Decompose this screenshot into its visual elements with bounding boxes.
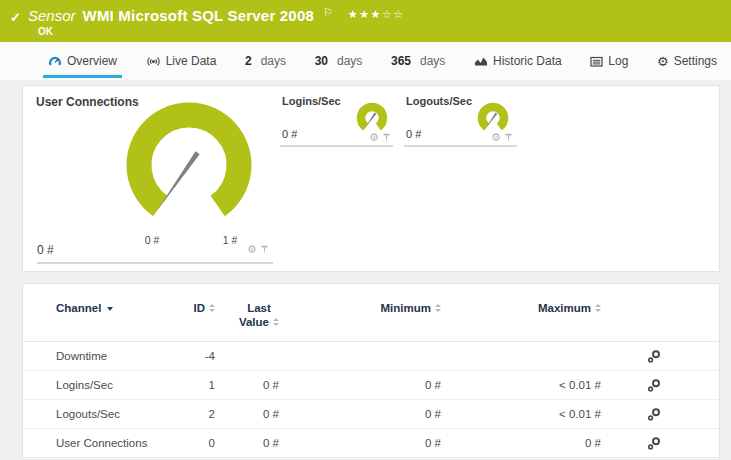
cell-last-value: 0 #: [215, 437, 285, 449]
area-chart-icon: [474, 55, 488, 67]
cell-id: 2: [178, 408, 215, 420]
gears-icon: [647, 407, 661, 421]
column-header-channel[interactable]: Channel: [56, 301, 178, 315]
tab-days-word: days: [261, 54, 286, 68]
user-connections-gauge: [119, 100, 259, 230]
tab-overview[interactable]: Overview: [48, 42, 117, 80]
channel-settings-button[interactable]: [601, 407, 671, 421]
cell-maximum: 0 #: [441, 437, 601, 449]
gauge-current-value: 0 #: [282, 128, 297, 140]
sensor-status-badge: OK: [38, 26, 405, 37]
column-header-last-value[interactable]: LastValue: [215, 301, 285, 329]
gauge-title-logouts-sec: Logouts/Sec: [406, 95, 472, 107]
cell-id: -4: [178, 350, 215, 362]
column-header-id[interactable]: ID: [178, 301, 215, 315]
tab-days-number: 30: [315, 54, 328, 68]
priority-flag-icon[interactable]: ⚐: [323, 6, 333, 19]
cell-channel: Downtime: [56, 350, 178, 362]
table-row[interactable]: User Connections 0 0 # 0 # 0 #: [23, 429, 719, 458]
tab-label: Settings: [674, 54, 717, 68]
gauge-divider: [404, 145, 517, 147]
gauge-needle: [156, 151, 199, 212]
tab-days-number: 365: [391, 54, 411, 68]
channel-settings-button[interactable]: [601, 436, 671, 450]
gauge-scale-min: 0 #: [135, 234, 169, 246]
gauge-settings-gear-icon[interactable]: ⚙: [491, 132, 501, 143]
pin-gauge-icon[interactable]: [260, 245, 269, 255]
tab-365-days[interactable]: 365days: [391, 42, 445, 80]
gauge-mini-toolbar: ⚙: [491, 132, 513, 143]
tab-live-data[interactable]: Live Data: [146, 42, 217, 80]
tab-days-number: 2: [245, 54, 252, 68]
broadcast-icon: [146, 55, 161, 68]
gauge-scale-max: 1 #: [213, 234, 247, 246]
cell-channel: User Connections: [56, 437, 178, 449]
cell-maximum: < 0.01 #: [441, 379, 601, 391]
channels-table: Channel ID LastValue Minimum Maximum Dow…: [22, 283, 720, 460]
tab-days-word: days: [337, 54, 362, 68]
channel-settings-button[interactable]: [601, 349, 671, 363]
sensor-title: WMI Microsoft SQL Server 2008: [83, 7, 314, 24]
tab-label: Overview: [67, 54, 117, 68]
tab-30-days[interactable]: 30days: [315, 42, 363, 80]
sensor-header: ✓ Sensor WMI Microsoft SQL Server 2008 ⚐…: [0, 0, 731, 42]
cell-channel: Logouts/Sec: [56, 408, 178, 420]
cell-last-value: 0 #: [215, 408, 285, 420]
table-header-row: Channel ID LastValue Minimum Maximum: [23, 284, 719, 342]
gauge-current-value: 0 #: [37, 243, 54, 257]
gauges-panel: User Connections 0 # 1 # 0 # ⚙ Logins/Se…: [22, 85, 720, 272]
gauge-settings-gear-icon[interactable]: ⚙: [369, 132, 379, 143]
cell-id: 0: [178, 437, 215, 449]
object-kind-label: Sensor: [28, 7, 76, 24]
gauge-arc: [139, 115, 239, 206]
table-row[interactable]: Logins/Sec 1 0 # 0 # < 0.01 #: [23, 371, 719, 400]
sort-arrows-icon: [273, 318, 279, 326]
gauge-icon: [48, 55, 62, 68]
cell-maximum: < 0.01 #: [441, 408, 601, 420]
tab-settings[interactable]: ⚙ Settings: [657, 42, 717, 80]
gears-icon: [647, 349, 661, 363]
cell-minimum: 0 #: [285, 408, 441, 420]
cell-id: 1: [178, 379, 215, 391]
cell-last-value: 0 #: [215, 379, 285, 391]
gauge-mini-toolbar: ⚙: [369, 132, 391, 143]
gauge-mini-toolbar: ⚙: [247, 244, 269, 255]
gears-icon: [647, 436, 661, 450]
gauge-settings-gear-icon[interactable]: ⚙: [247, 244, 257, 255]
tab-log[interactable]: Log: [590, 42, 628, 80]
gauge-current-value: 0 #: [406, 128, 421, 140]
stars-empty[interactable]: ☆☆: [382, 8, 405, 20]
tab-label: Log: [608, 54, 628, 68]
cell-minimum: 0 #: [285, 437, 441, 449]
sort-arrows-icon: [595, 304, 601, 312]
log-icon: [590, 55, 603, 68]
gears-icon: [647, 378, 661, 392]
sort-caret-icon: [107, 307, 113, 311]
cell-minimum: 0 #: [285, 379, 441, 391]
column-header-maximum[interactable]: Maximum: [441, 301, 601, 315]
sort-arrows-icon: [209, 304, 215, 312]
priority-stars[interactable]: ★★★☆☆: [348, 8, 405, 21]
gauge-divider: [280, 145, 393, 147]
pin-gauge-icon[interactable]: [382, 133, 391, 143]
gauge-needle: [485, 112, 497, 129]
pin-gauge-icon[interactable]: [504, 133, 513, 143]
tab-2-days[interactable]: 2days: [245, 42, 286, 80]
tab-days-word: days: [420, 54, 445, 68]
tab-label: Live Data: [166, 54, 217, 68]
tab-bar: Overview Live Data 2days 30days 365days …: [0, 42, 731, 80]
gauge-title-logins-sec: Logins/Sec: [282, 95, 341, 107]
stars-filled[interactable]: ★★★: [348, 8, 382, 20]
table-row[interactable]: Logouts/Sec 2 0 # 0 # < 0.01 #: [23, 400, 719, 429]
gear-icon: ⚙: [657, 54, 669, 69]
status-ok-check-icon: ✓: [10, 7, 28, 42]
table-row[interactable]: Downtime -4: [23, 342, 719, 371]
tab-label: Historic Data: [493, 54, 562, 68]
gauge-divider: [37, 262, 273, 264]
tab-historic-data[interactable]: Historic Data: [474, 42, 562, 80]
sort-arrows-icon: [435, 304, 441, 312]
gauge-needle: [364, 112, 376, 129]
column-header-minimum[interactable]: Minimum: [285, 301, 441, 315]
channel-settings-button[interactable]: [601, 378, 671, 392]
cell-channel: Logins/Sec: [56, 379, 178, 391]
